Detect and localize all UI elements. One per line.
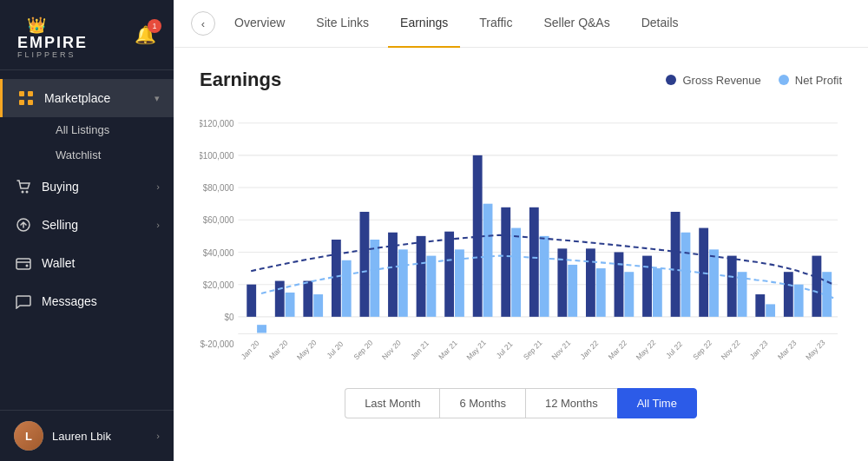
tab-site-links[interactable]: Site Links — [304, 0, 381, 48]
main-content: ‹ Overview Site Links Earnings Traffic S… — [174, 0, 868, 461]
wallet-icon — [14, 254, 33, 273]
selling-icon — [14, 215, 33, 234]
earnings-chart: $120,000 $100,000 $80,000 $60,000 $40,00… — [200, 105, 842, 374]
legend-dot-net — [779, 75, 789, 85]
legend-label-net: Net Profit — [795, 74, 842, 87]
sidebar-item-messages[interactable]: Messages — [0, 282, 174, 320]
time-filter: Last Month 6 Months 12 Months All Time — [200, 388, 842, 418]
legend-net-profit: Net Profit — [779, 74, 842, 87]
tab-seller-qas[interactable]: Seller Q&As — [531, 0, 621, 48]
filter-all-time[interactable]: All Time — [617, 388, 697, 418]
svg-text:May 22: May 22 — [635, 338, 657, 362]
bar — [709, 249, 719, 317]
svg-text:$120,000: $120,000 — [200, 119, 234, 128]
svg-text:$40,000: $40,000 — [203, 247, 234, 257]
wallet-label: Wallet — [42, 256, 160, 270]
svg-text:$0: $0 — [224, 313, 233, 322]
crown-icon: 👑 — [17, 16, 56, 35]
svg-text:Jan 20: Jan 20 — [240, 339, 261, 361]
legend-dot-gross — [666, 75, 676, 85]
bar — [784, 272, 793, 317]
filter-12-months[interactable]: 12 Months — [525, 388, 617, 418]
bar — [794, 285, 804, 317]
svg-text:Jan 21: Jan 21 — [409, 339, 431, 361]
bar — [727, 256, 737, 317]
buying-label: Buying — [42, 180, 156, 194]
svg-point-4 — [22, 191, 24, 194]
svg-text:Jul 21: Jul 21 — [495, 339, 515, 360]
earnings-header: Earnings Gross Revenue Net Profit — [200, 69, 842, 91]
tab-details[interactable]: Details — [629, 0, 691, 48]
bar — [398, 249, 408, 317]
svg-text:$80,000: $80,000 — [203, 183, 234, 193]
user-profile[interactable]: L Lauren Lbik › — [0, 410, 174, 461]
svg-text:Sep 21: Sep 21 — [522, 338, 544, 361]
svg-text:Nov 22: Nov 22 — [720, 338, 742, 361]
svg-text:Mar 21: Mar 21 — [437, 339, 459, 362]
sidebar-item-watchlist[interactable]: Watchlist — [42, 142, 174, 168]
svg-text:Nov 20: Nov 20 — [380, 338, 403, 361]
bar — [370, 240, 379, 317]
messages-icon — [14, 292, 33, 311]
top-nav: ‹ Overview Site Links Earnings Traffic S… — [174, 0, 868, 48]
svg-rect-7 — [16, 259, 30, 269]
bar — [653, 268, 662, 317]
bar — [681, 233, 691, 317]
earnings-content: Earnings Gross Revenue Net Profit — [174, 48, 868, 461]
bar — [615, 252, 624, 316]
sidebar-item-all-listings[interactable]: All Listings — [42, 117, 174, 142]
bar — [444, 232, 454, 317]
marketplace-label: Marketplace — [44, 91, 155, 105]
sidebar: 👑 EMPIRE FLIPPERS 🔔 1 Marketplace ▾ All … — [0, 0, 174, 461]
svg-text:May 20: May 20 — [295, 338, 318, 362]
logo-text: EMPIRE — [17, 35, 56, 50]
buying-icon — [14, 177, 33, 196]
bar — [586, 248, 595, 317]
buying-chevron: › — [156, 181, 160, 192]
filter-last-month[interactable]: Last Month — [345, 388, 439, 418]
chart-legend: Gross Revenue Net Profit — [666, 74, 842, 87]
sidebar-item-wallet[interactable]: Wallet — [0, 244, 174, 282]
bar — [483, 204, 493, 317]
bar — [332, 240, 341, 317]
bar — [426, 256, 436, 317]
notification-bell[interactable]: 🔔 1 — [135, 24, 156, 45]
svg-text:Jan 23: Jan 23 — [748, 339, 770, 361]
bar — [303, 281, 312, 317]
back-icon: ‹ — [201, 17, 205, 30]
bar — [360, 212, 370, 317]
chart-svg: $120,000 $100,000 $80,000 $60,000 $40,00… — [200, 105, 842, 374]
bar — [766, 304, 775, 316]
logo-area: 👑 EMPIRE FLIPPERS 🔔 1 — [0, 0, 174, 70]
sub-nav-marketplace: All Listings Watchlist — [0, 117, 174, 168]
sidebar-item-buying[interactable]: Buying › — [0, 168, 174, 206]
svg-text:Mar 23: Mar 23 — [776, 339, 799, 362]
bar — [511, 228, 521, 317]
bar — [568, 265, 577, 317]
bar — [812, 256, 821, 317]
tab-earnings[interactable]: Earnings — [388, 0, 460, 48]
tab-traffic[interactable]: Traffic — [467, 0, 524, 48]
svg-text:$100,000: $100,000 — [200, 151, 234, 161]
tab-overview[interactable]: Overview — [222, 0, 297, 48]
svg-text:$60,000: $60,000 — [203, 215, 234, 225]
logo-icon: 👑 EMPIRE FLIPPERS — [17, 16, 56, 54]
bar — [755, 294, 765, 317]
user-avatar: L — [14, 421, 43, 451]
bar — [286, 293, 295, 317]
back-button[interactable]: ‹ — [191, 11, 215, 36]
sidebar-item-marketplace[interactable]: Marketplace ▾ — [0, 79, 174, 117]
filter-6-months[interactable]: 6 Months — [439, 388, 524, 418]
svg-text:$20,000: $20,000 — [203, 280, 234, 290]
marketplace-chevron: ▾ — [155, 93, 160, 104]
sidebar-nav: Marketplace ▾ All Listings Watchlist Buy… — [0, 70, 174, 410]
svg-text:Mar 22: Mar 22 — [607, 339, 629, 362]
bar — [624, 272, 634, 317]
svg-text:Sep 20: Sep 20 — [352, 338, 375, 361]
svg-rect-2 — [19, 100, 24, 105]
svg-rect-3 — [28, 100, 33, 105]
svg-text:$-20,000: $-20,000 — [201, 339, 234, 349]
sidebar-item-selling[interactable]: Selling › — [0, 206, 174, 244]
messages-label: Messages — [42, 294, 160, 308]
svg-text:Jan 22: Jan 22 — [578, 339, 600, 361]
